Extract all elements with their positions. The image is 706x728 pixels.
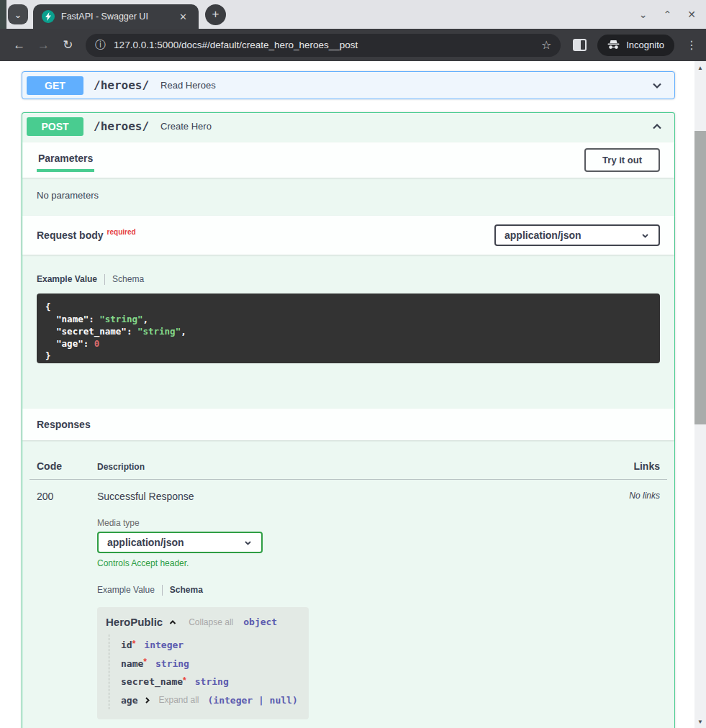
collapse-all-link[interactable]: Collapse all bbox=[189, 617, 233, 627]
response-links: No links bbox=[629, 491, 660, 719]
post-path: /heroes/ bbox=[94, 119, 149, 133]
property-row: age Expand all (integer | null) bbox=[121, 691, 300, 710]
swagger-content: GET /heroes/ Read Heroes POST /heroes/ C… bbox=[22, 71, 675, 728]
schema-model-box: HeroPublic Collapse all object id* bbox=[97, 607, 309, 719]
example-json-codeblock: { "name": "string", "secret_name": "stri… bbox=[37, 294, 660, 363]
reload-icon[interactable]: ↻ bbox=[55, 37, 80, 53]
fastapi-favicon-icon bbox=[42, 10, 55, 23]
scrollbar-thumb[interactable] bbox=[694, 131, 706, 424]
site-info-icon[interactable]: ⓘ bbox=[95, 38, 106, 52]
menu-kebab-icon[interactable]: ⋮ bbox=[686, 38, 697, 52]
code-line: } bbox=[45, 350, 651, 362]
property-row: name* string bbox=[121, 655, 300, 673]
incognito-icon bbox=[607, 40, 620, 50]
tab-divider bbox=[162, 585, 163, 596]
chevron-right-icon[interactable] bbox=[142, 696, 152, 705]
request-content-type-select[interactable]: application/json bbox=[494, 224, 660, 246]
expand-all-link[interactable]: Expand all bbox=[158, 695, 199, 705]
response-description-cell: Successful Response Media type applicati… bbox=[97, 491, 629, 719]
property-type: string bbox=[195, 676, 229, 687]
browser-tab[interactable]: FastAPI - Swagger UI ✕ bbox=[33, 4, 199, 29]
opblock-get-heroes[interactable]: GET /heroes/ Read Heroes bbox=[22, 71, 675, 99]
property-type: string bbox=[155, 658, 189, 669]
tab-example-value[interactable]: Example Value bbox=[97, 585, 155, 595]
property-row: secret_name* string bbox=[121, 673, 300, 691]
response-code: 200 bbox=[37, 491, 97, 719]
chevron-down-icon bbox=[641, 231, 650, 240]
property-name: name bbox=[121, 658, 143, 669]
model-type: object bbox=[243, 616, 277, 627]
side-panel-icon[interactable] bbox=[573, 39, 587, 51]
column-description: Description bbox=[97, 462, 633, 472]
model-properties: id* integer name* string secret_name* st… bbox=[109, 634, 300, 709]
required-label: required bbox=[107, 228, 136, 236]
property-name: id bbox=[121, 640, 132, 650]
tab-schema[interactable]: Schema bbox=[112, 274, 144, 284]
response-description: Successful Response bbox=[97, 491, 629, 502]
code-line: "age": 0 bbox=[45, 337, 651, 350]
code-line: { bbox=[45, 301, 651, 313]
forward-icon: → bbox=[32, 38, 56, 53]
chevron-down-icon[interactable] bbox=[650, 78, 664, 93]
scroll-up-icon[interactable]: ▲ bbox=[694, 62, 706, 73]
tab-divider bbox=[104, 274, 105, 285]
tab-close-icon[interactable]: ✕ bbox=[176, 10, 190, 24]
tab-strip: ⌄ FastAPI - Swagger UI ✕ + ⌄ ⌃ ✕ bbox=[0, 0, 706, 29]
request-body-title: Request body bbox=[37, 229, 104, 241]
response-media-type-select[interactable]: application/json bbox=[97, 532, 263, 553]
get-summary-text: Read Heroes bbox=[160, 80, 216, 91]
try-it-out-button[interactable]: Try it out bbox=[584, 148, 660, 172]
response-schema-tabs: Example Value Schema bbox=[97, 583, 629, 596]
tab-parameters[interactable]: Parameters bbox=[37, 148, 94, 172]
property-name: secret_name bbox=[121, 676, 183, 687]
model-title: HeroPublic bbox=[106, 616, 163, 628]
post-summary[interactable]: POST /heroes/ Create Hero bbox=[22, 113, 674, 140]
responses-header: Responses bbox=[22, 409, 674, 440]
new-tab-button[interactable]: + bbox=[205, 4, 226, 25]
code-line: "name": "string", bbox=[45, 313, 651, 325]
url-text[interactable]: 127.0.0.1:5000/docs#/default/create_hero… bbox=[114, 40, 541, 50]
post-method-badge: POST bbox=[27, 117, 83, 136]
model-header: HeroPublic Collapse all object bbox=[106, 616, 300, 628]
code-line: "secret_name": "string", bbox=[45, 325, 651, 337]
column-links: Links bbox=[633, 460, 660, 472]
no-parameters-text: No parameters bbox=[22, 178, 674, 216]
get-summary[interactable]: GET /heroes/ Read Heroes bbox=[22, 72, 674, 99]
property-type: (integer | null) bbox=[208, 695, 298, 706]
window-minimize-icon[interactable]: ⌄ bbox=[639, 9, 648, 20]
tab-search-button[interactable]: ⌄ bbox=[8, 4, 28, 24]
chevron-up-icon[interactable] bbox=[168, 617, 178, 627]
request-example-tabs: Example Value Schema bbox=[37, 273, 660, 286]
responses-table: Code Description Links 200 Successful Re… bbox=[22, 440, 674, 728]
scroll-down-icon[interactable]: ▼ bbox=[694, 716, 706, 727]
tab-schema[interactable]: Schema bbox=[170, 585, 203, 595]
required-star: * bbox=[132, 639, 136, 649]
tab-example-value[interactable]: Example Value bbox=[37, 274, 97, 284]
tab-title: FastAPI - Swagger UI bbox=[61, 12, 176, 22]
incognito-label: Incognito bbox=[626, 40, 664, 50]
window-close-icon[interactable]: ✕ bbox=[687, 9, 696, 20]
chevron-up-icon[interactable] bbox=[650, 119, 664, 134]
response-row-422: 422 Validation Error No links bbox=[37, 719, 660, 728]
property-name: age bbox=[121, 695, 137, 706]
media-type-label: Media type bbox=[97, 518, 629, 528]
responses-table-head: Code Description Links bbox=[37, 460, 660, 472]
chevron-down-icon: ⌄ bbox=[14, 9, 22, 20]
address-bar[interactable]: ⓘ 127.0.0.1:5000/docs#/default/create_he… bbox=[86, 34, 561, 57]
get-path: /heroes/ bbox=[94, 78, 149, 92]
required-star: * bbox=[183, 675, 186, 686]
browser-toolbar: ← → ↻ ⓘ 127.0.0.1:5000/docs#/default/cre… bbox=[0, 29, 706, 61]
bookmark-star-icon[interactable]: ☆ bbox=[541, 38, 551, 52]
swagger-page: ▲ ▼ GET /heroes/ Read Heroes POST /heroe… bbox=[0, 61, 706, 728]
window-maximize-icon[interactable]: ⌃ bbox=[664, 9, 672, 20]
opblock-post-heroes: POST /heroes/ Create Hero Parameters Try… bbox=[22, 112, 675, 728]
scrollbar[interactable]: ▲ ▼ bbox=[694, 61, 706, 728]
post-summary-text: Create Hero bbox=[160, 121, 212, 132]
property-type: integer bbox=[144, 640, 184, 650]
window-edge bbox=[0, 0, 6, 29]
property-row: id* integer bbox=[121, 636, 300, 655]
parameters-header: Parameters Try it out bbox=[22, 142, 674, 178]
accept-header-note: Controls Accept header. bbox=[97, 558, 629, 568]
back-icon[interactable]: ← bbox=[7, 38, 32, 53]
request-body-header: Request body required application/json bbox=[22, 216, 674, 255]
